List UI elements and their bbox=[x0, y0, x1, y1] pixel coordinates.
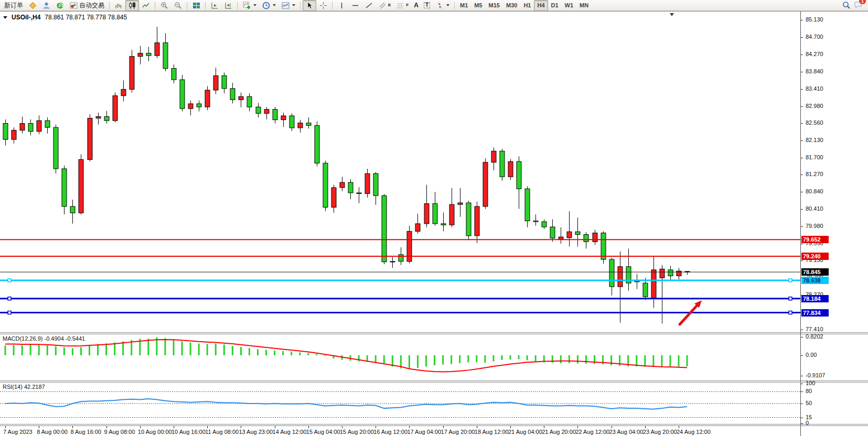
fibonacci-button[interactable]: F bbox=[393, 0, 411, 11]
macd-scale-dash bbox=[801, 376, 803, 376]
period-m1[interactable]: M1 bbox=[457, 0, 471, 11]
text-label-icon: T bbox=[424, 2, 430, 8]
trendline-button[interactable] bbox=[362, 0, 376, 11]
price-tick-label: 83.840 bbox=[806, 68, 823, 74]
price-tick-dash bbox=[801, 20, 803, 20]
periods-clock-icon bbox=[262, 1, 270, 9]
chart-window: USOil-,H4 78.861 78.871 78.778 78.845 MA… bbox=[0, 11, 868, 436]
price-tick-dash bbox=[801, 106, 803, 107]
chart-menu-icon[interactable] bbox=[3, 16, 7, 19]
time-label: 23 Aug 20:00 bbox=[643, 429, 677, 435]
arrows-dropdown-caret[interactable] bbox=[446, 4, 449, 6]
bars-chart-button[interactable] bbox=[112, 0, 125, 11]
time-tick bbox=[308, 426, 309, 428]
cursor-button[interactable] bbox=[303, 0, 316, 11]
chart-shift-icon bbox=[224, 1, 232, 9]
indicators-button[interactable] bbox=[240, 0, 259, 11]
chart-shift-marker[interactable] bbox=[670, 13, 674, 16]
templates-button[interactable] bbox=[278, 0, 298, 11]
rsi-scale-label: 100 bbox=[806, 380, 815, 386]
periods-clock-button[interactable] bbox=[259, 0, 278, 11]
rsi-pane[interactable] bbox=[0, 383, 800, 424]
search-icon[interactable] bbox=[842, 1, 851, 9]
period-d1[interactable]: D1 bbox=[548, 0, 562, 11]
price-tick-label: 82.980 bbox=[806, 103, 823, 109]
auto-trading-button[interactable]: 自动交易 bbox=[67, 0, 107, 11]
toolbar-separator bbox=[109, 2, 110, 9]
text-label-button[interactable]: T bbox=[421, 0, 433, 11]
chat-button[interactable]: 1 bbox=[854, 1, 862, 10]
auto-scroll-button[interactable] bbox=[208, 0, 221, 11]
macd-pane[interactable] bbox=[0, 334, 800, 380]
rsi-scale-dash bbox=[801, 404, 803, 404]
templates-dropdown-caret[interactable] bbox=[292, 4, 295, 6]
price-line-badge: 77.834 bbox=[801, 309, 829, 317]
rsi-label: RSI(14) 42.2187 bbox=[3, 384, 45, 390]
signals-button[interactable] bbox=[53, 0, 67, 11]
price-line-badge: 78.184 bbox=[801, 295, 829, 302]
price-tick-dash bbox=[801, 72, 803, 72]
equidistant-channel-button[interactable]: E bbox=[376, 0, 393, 11]
cursor-icon bbox=[305, 1, 314, 9]
pane-separator[interactable] bbox=[0, 424, 868, 426]
time-label: 16 Aug 12:00 bbox=[373, 429, 408, 435]
period-m30[interactable]: M30 bbox=[503, 0, 520, 11]
indicators-dropdown-caret[interactable] bbox=[253, 4, 256, 6]
horizontal-line-button[interactable] bbox=[348, 0, 362, 11]
arrows-button[interactable] bbox=[433, 0, 452, 11]
time-tick bbox=[72, 426, 73, 428]
period-m15[interactable]: M15 bbox=[486, 0, 503, 11]
line-chart-button[interactable] bbox=[139, 0, 153, 11]
pane-separator[interactable] bbox=[0, 380, 868, 383]
templates-icon bbox=[281, 1, 290, 9]
period-mn[interactable]: MN bbox=[576, 0, 592, 11]
price-tick-label: 84.270 bbox=[806, 51, 823, 57]
chart-shift-button[interactable] bbox=[221, 0, 235, 11]
chart-title-bar: USOil-,H4 78.861 78.871 78.778 78.845 bbox=[3, 14, 127, 21]
periods-dropdown-caret[interactable] bbox=[273, 4, 276, 6]
time-axis[interactable]: 7 Aug 20238 Aug 00:008 Aug 16:009 Aug 08… bbox=[0, 426, 800, 436]
time-label: 18 Aug 12:00 bbox=[475, 429, 509, 435]
time-tick bbox=[544, 426, 544, 428]
period-w1[interactable]: W1 bbox=[562, 0, 577, 11]
new-order-label: 新订单 bbox=[4, 1, 23, 10]
top-toolbar: 新订单 自动交易 bbox=[0, 0, 868, 11]
candlestick-button[interactable] bbox=[125, 0, 139, 11]
period-h4[interactable]: H4 bbox=[534, 0, 548, 11]
equidistant-channel-icon bbox=[378, 1, 387, 9]
fibo-letter: F bbox=[406, 3, 409, 7]
zoom-out-button[interactable] bbox=[171, 0, 185, 11]
tile-windows-button[interactable] bbox=[189, 0, 203, 11]
time-tick bbox=[275, 426, 275, 428]
auto-trading-icon bbox=[69, 1, 78, 9]
text-button[interactable]: A bbox=[411, 0, 421, 11]
vertical-line-button[interactable] bbox=[335, 0, 348, 11]
zoom-out-icon bbox=[174, 1, 182, 9]
pane-separator[interactable] bbox=[0, 332, 868, 334]
toolbar-separator bbox=[454, 2, 455, 9]
price-axis[interactable]: 85.13084.70084.27083.84083.41082.98082.5… bbox=[800, 12, 868, 436]
price-line-badge: 79.652 bbox=[801, 236, 829, 243]
zoom-in-icon bbox=[160, 1, 168, 9]
time-tick bbox=[443, 426, 444, 428]
chart-symbol-period: USOil-,H4 bbox=[12, 14, 40, 21]
market-button[interactable] bbox=[26, 0, 39, 11]
new-order-button[interactable]: 新订单 bbox=[2, 0, 26, 11]
profile-button[interactable] bbox=[39, 0, 53, 11]
text-icon: A bbox=[414, 2, 419, 8]
trendline-icon bbox=[365, 1, 373, 9]
time-tick bbox=[174, 426, 174, 428]
fibonacci-icon bbox=[396, 1, 404, 9]
time-tick bbox=[477, 426, 477, 428]
macd-scale-label: -0.9107 bbox=[806, 372, 825, 378]
period-m5[interactable]: M5 bbox=[471, 0, 485, 11]
rsi-scale-label: 0 bbox=[806, 420, 809, 426]
main-price-chart[interactable] bbox=[0, 12, 800, 332]
zoom-in-button[interactable] bbox=[157, 0, 171, 11]
period-h1[interactable]: H1 bbox=[520, 0, 534, 11]
price-tick-label: 77.410 bbox=[806, 326, 823, 332]
price-tick-label: 82.130 bbox=[806, 137, 823, 143]
crosshair-button[interactable] bbox=[316, 0, 330, 11]
time-label: 17 Aug 20:00 bbox=[441, 429, 475, 435]
vertical-line-icon bbox=[337, 1, 346, 9]
